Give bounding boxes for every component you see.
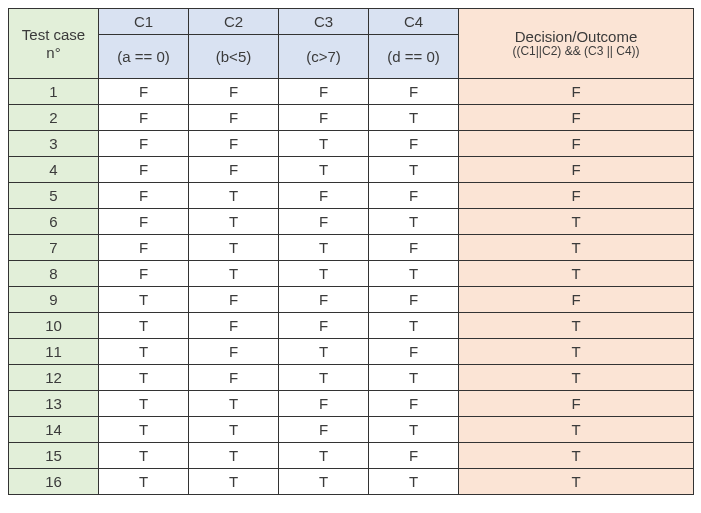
cell-testcase-number: 2 — [9, 105, 99, 131]
cell-condition: F — [189, 287, 279, 313]
cell-condition: T — [279, 261, 369, 287]
col-header-testcase: Test case n° — [9, 9, 99, 79]
cell-outcome: T — [459, 365, 694, 391]
cell-testcase-number: 12 — [9, 365, 99, 391]
cell-testcase-number: 11 — [9, 339, 99, 365]
cell-condition: T — [279, 365, 369, 391]
table-row: 4FFTTF — [9, 157, 694, 183]
col-header-c3-expr: (c>7) — [279, 35, 369, 79]
table-row: 15TTTFT — [9, 443, 694, 469]
cell-condition: F — [189, 339, 279, 365]
test-case-label-line2: n° — [11, 44, 96, 61]
col-header-c3-short: C3 — [279, 9, 369, 35]
cell-outcome: F — [459, 131, 694, 157]
cell-condition: T — [99, 313, 189, 339]
cell-condition: T — [189, 261, 279, 287]
cell-condition: T — [279, 131, 369, 157]
test-case-label-line1: Test case — [11, 26, 96, 43]
table-row: 7FTTFT — [9, 235, 694, 261]
cell-condition: T — [189, 209, 279, 235]
cell-condition: F — [99, 131, 189, 157]
cell-condition: F — [99, 261, 189, 287]
cell-condition: F — [99, 209, 189, 235]
cell-condition: T — [189, 391, 279, 417]
outcome-label: Decision/Outcome — [461, 28, 691, 45]
cell-condition: T — [279, 157, 369, 183]
cell-condition: F — [369, 391, 459, 417]
cell-condition: T — [99, 443, 189, 469]
cell-testcase-number: 5 — [9, 183, 99, 209]
cell-outcome: F — [459, 105, 694, 131]
cell-condition: T — [369, 365, 459, 391]
cell-condition: F — [279, 183, 369, 209]
cell-condition: T — [189, 235, 279, 261]
cell-outcome: F — [459, 183, 694, 209]
table-row: 1FFFFF — [9, 79, 694, 105]
table-row: 2FFFTF — [9, 105, 694, 131]
cell-condition: F — [279, 287, 369, 313]
cell-outcome: F — [459, 79, 694, 105]
cell-condition: T — [369, 157, 459, 183]
cell-testcase-number: 8 — [9, 261, 99, 287]
cell-condition: F — [99, 79, 189, 105]
cell-condition: T — [279, 469, 369, 495]
cell-outcome: F — [459, 391, 694, 417]
col-header-c2-short: C2 — [189, 9, 279, 35]
cell-condition: T — [369, 105, 459, 131]
cell-condition: T — [369, 313, 459, 339]
cell-condition: T — [99, 339, 189, 365]
outcome-expr: ((C1||C2) && (C3 || C4)) — [461, 45, 691, 59]
cell-condition: T — [189, 443, 279, 469]
table-row: 10TFFTT — [9, 313, 694, 339]
cell-outcome: F — [459, 157, 694, 183]
table-row: 3FFTFF — [9, 131, 694, 157]
col-header-c1-expr: (a == 0) — [99, 35, 189, 79]
cell-testcase-number: 15 — [9, 443, 99, 469]
table-row: 9TFFFF — [9, 287, 694, 313]
truth-table: Test case n° C1 C2 C3 C4 Decision/Outcom… — [8, 8, 694, 495]
cell-outcome: T — [459, 417, 694, 443]
cell-condition: F — [99, 235, 189, 261]
col-header-outcome: Decision/Outcome ((C1||C2) && (C3 || C4)… — [459, 9, 694, 79]
cell-condition: F — [369, 79, 459, 105]
table-row: 11TFTFT — [9, 339, 694, 365]
cell-condition: T — [279, 339, 369, 365]
col-header-c4-expr: (d == 0) — [369, 35, 459, 79]
cell-condition: F — [99, 105, 189, 131]
cell-testcase-number: 13 — [9, 391, 99, 417]
cell-outcome: T — [459, 261, 694, 287]
cell-condition: F — [369, 235, 459, 261]
header-row-1: Test case n° C1 C2 C3 C4 Decision/Outcom… — [9, 9, 694, 35]
table-body: 1FFFFF2FFFTF3FFTFF4FFTTF5FTFFF6FTFTT7FTT… — [9, 79, 694, 495]
cell-condition: T — [189, 469, 279, 495]
cell-condition: F — [189, 313, 279, 339]
table-row: 13TTFFF — [9, 391, 694, 417]
cell-testcase-number: 4 — [9, 157, 99, 183]
cell-condition: T — [369, 417, 459, 443]
cell-condition: F — [279, 417, 369, 443]
cell-condition: F — [99, 183, 189, 209]
cell-condition: T — [99, 287, 189, 313]
cell-condition: F — [369, 287, 459, 313]
cell-condition: T — [189, 417, 279, 443]
table-row: 8FTTTT — [9, 261, 694, 287]
cell-outcome: T — [459, 235, 694, 261]
cell-condition: F — [279, 79, 369, 105]
cell-condition: F — [189, 79, 279, 105]
cell-testcase-number: 7 — [9, 235, 99, 261]
cell-testcase-number: 14 — [9, 417, 99, 443]
cell-outcome: T — [459, 443, 694, 469]
cell-condition: F — [189, 157, 279, 183]
cell-condition: T — [279, 235, 369, 261]
cell-condition: T — [369, 261, 459, 287]
cell-testcase-number: 9 — [9, 287, 99, 313]
cell-condition: T — [189, 183, 279, 209]
cell-condition: T — [369, 469, 459, 495]
cell-condition: T — [369, 209, 459, 235]
cell-testcase-number: 10 — [9, 313, 99, 339]
cell-condition: T — [279, 443, 369, 469]
table-row: 12TFTTT — [9, 365, 694, 391]
cell-testcase-number: 16 — [9, 469, 99, 495]
cell-condition: F — [189, 365, 279, 391]
cell-outcome: F — [459, 287, 694, 313]
